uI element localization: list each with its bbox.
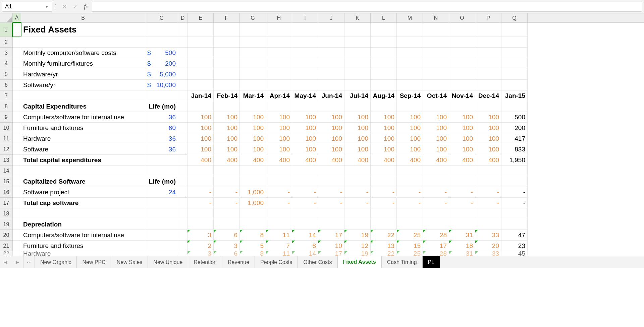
cell[interactable]: Computers/software for internal use [21, 112, 145, 123]
cell[interactable] [178, 187, 187, 198]
cell[interactable] [214, 176, 240, 187]
column-header[interactable]: E [187, 13, 214, 22]
cell[interactable] [266, 219, 292, 230]
cell[interactable] [292, 80, 318, 90]
row-header[interactable]: 7 [0, 90, 13, 101]
cell[interactable] [344, 37, 371, 48]
cell[interactable]: 1,000 [240, 198, 266, 208]
cell[interactable]: - [423, 187, 449, 198]
cell[interactable] [397, 219, 423, 230]
cell[interactable] [13, 112, 21, 123]
cell[interactable] [449, 101, 475, 112]
sheet-tab[interactable]: PL [423, 256, 440, 268]
cell[interactable] [145, 251, 178, 256]
cell[interactable] [187, 101, 214, 112]
column-header[interactable]: D [178, 13, 187, 22]
cell[interactable] [371, 69, 397, 80]
cell[interactable] [178, 166, 187, 176]
cell[interactable] [214, 101, 240, 112]
cell[interactable] [318, 48, 344, 58]
cell[interactable] [13, 23, 21, 37]
cell[interactable]: 100 [318, 144, 344, 155]
cell[interactable] [266, 101, 292, 112]
cell[interactable]: 3 [187, 251, 214, 256]
sheet-tab[interactable]: New Unique [148, 256, 188, 268]
cell[interactable] [13, 187, 21, 198]
cell[interactable] [266, 23, 292, 37]
cell[interactable] [318, 166, 344, 176]
cell[interactable] [292, 23, 318, 37]
cell[interactable] [292, 219, 318, 230]
cell[interactable]: 19 [344, 230, 371, 241]
cell[interactable] [178, 144, 187, 155]
cell[interactable]: 417 [501, 133, 528, 144]
cell[interactable] [178, 230, 187, 241]
cell[interactable] [240, 208, 266, 219]
cell[interactable]: - [318, 187, 344, 198]
cell[interactable]: 100 [475, 123, 501, 133]
cell[interactable] [423, 80, 449, 90]
cell[interactable]: 17 [318, 251, 344, 256]
cell[interactable] [397, 58, 423, 69]
cell[interactable] [214, 69, 240, 80]
cell[interactable] [423, 219, 449, 230]
cell[interactable]: 8 [292, 241, 318, 251]
cell[interactable] [178, 123, 187, 133]
cell[interactable] [240, 219, 266, 230]
cell[interactable]: - [371, 198, 397, 208]
cell[interactable] [371, 101, 397, 112]
cell[interactable] [187, 176, 214, 187]
cell[interactable]: 100 [475, 144, 501, 155]
cell[interactable]: 100 [318, 133, 344, 144]
cell[interactable]: 100 [214, 133, 240, 144]
cell[interactable] [13, 69, 21, 80]
cell[interactable]: Furniture and fixtures [21, 241, 145, 251]
cell[interactable]: 100 [344, 133, 371, 144]
row-header[interactable]: 6 [0, 80, 13, 90]
cell[interactable]: 100 [266, 133, 292, 144]
cell[interactable]: 24 [145, 187, 178, 198]
cell[interactable] [397, 101, 423, 112]
sheet-tab[interactable]: Other Costs [298, 256, 337, 268]
cell[interactable]: Software/yr [21, 80, 145, 90]
cell[interactable] [266, 208, 292, 219]
cell[interactable] [240, 101, 266, 112]
cell[interactable]: 100 [240, 133, 266, 144]
row-header[interactable]: 18 [0, 208, 13, 219]
cell[interactable] [214, 208, 240, 219]
cell[interactable]: - [397, 187, 423, 198]
row-header[interactable]: 13 [0, 155, 13, 166]
cell[interactable] [292, 48, 318, 58]
cell[interactable]: 100 [266, 123, 292, 133]
cell[interactable] [187, 37, 214, 48]
cell[interactable] [178, 219, 187, 230]
tab-nav-buttons[interactable]: ◄ ► [0, 256, 23, 268]
cell[interactable]: 400 [318, 155, 344, 166]
cell[interactable]: 60 [145, 123, 178, 133]
cell[interactable]: 100 [292, 144, 318, 155]
cell[interactable] [240, 166, 266, 176]
cell[interactable] [214, 37, 240, 48]
cell[interactable]: $5,000 [145, 69, 178, 80]
cell[interactable]: Capitalized Software [21, 176, 145, 187]
row-header[interactable]: 3 [0, 48, 13, 58]
cell[interactable] [292, 58, 318, 69]
cell[interactable] [266, 37, 292, 48]
cell[interactable]: 22 [371, 230, 397, 241]
cell[interactable] [318, 208, 344, 219]
cell[interactable]: 100 [292, 112, 318, 123]
cell[interactable]: 17 [423, 241, 449, 251]
cell[interactable]: 3 [187, 230, 214, 241]
column-header[interactable]: P [475, 13, 501, 22]
name-box[interactable]: A1 ▼ [2, 2, 52, 12]
cell[interactable] [501, 101, 528, 112]
cell[interactable] [187, 69, 214, 80]
cell[interactable] [344, 166, 371, 176]
cell[interactable]: 7 [266, 241, 292, 251]
cell[interactable] [13, 241, 21, 251]
cell[interactable]: - [371, 187, 397, 198]
cell[interactable] [145, 230, 178, 241]
cell[interactable]: Software project [21, 187, 145, 198]
cell[interactable]: 18 [449, 241, 475, 251]
cell[interactable]: 100 [397, 133, 423, 144]
